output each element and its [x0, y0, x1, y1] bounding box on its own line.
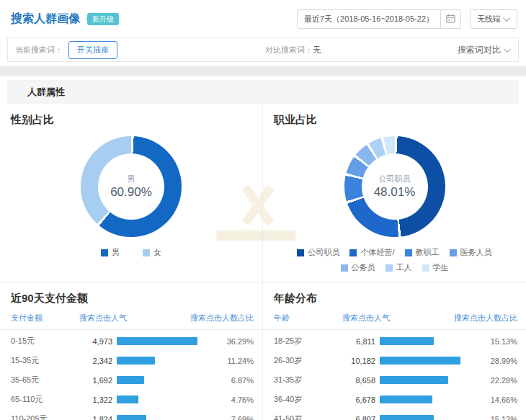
- row-label: 31-35岁: [274, 375, 342, 385]
- row-label: 35-65元: [11, 375, 79, 385]
- legend-item[interactable]: 个体经营/: [349, 247, 394, 258]
- row-label: 15-35元: [11, 355, 79, 366]
- legend-item[interactable]: 医务人员: [450, 247, 492, 258]
- gender-center-value: 60.90%: [110, 185, 152, 200]
- legend-swatch: [297, 249, 304, 256]
- bar-track: [117, 396, 206, 403]
- gender-ratio-panel: 性别占比 男 60.90% 男女: [0, 104, 263, 282]
- row-percent: 6.87%: [206, 376, 254, 385]
- section-divider-band: [0, 66, 526, 76]
- legend-label: 工人: [396, 262, 412, 273]
- date-range-button[interactable]: 最近7天（2018-05-16~2018-05-22）: [297, 9, 441, 29]
- upgrade-badge: 新升级: [87, 13, 119, 25]
- occupation-center-value: 48.01%: [374, 185, 416, 200]
- gender-donut-chart[interactable]: 男 60.90%: [81, 136, 182, 237]
- row-value: 8,658: [342, 376, 375, 385]
- column-header: 支付金额: [11, 313, 79, 323]
- row-label: 26-30岁: [274, 355, 342, 366]
- legend-label: 个体经营/: [360, 247, 394, 258]
- legend-item[interactable]: 公司职员: [297, 247, 339, 258]
- current-keyword-button[interactable]: 开关插座: [68, 41, 117, 59]
- legend-swatch: [405, 249, 412, 256]
- value-bar: [117, 337, 197, 345]
- page-title: 搜索人群画像: [11, 12, 80, 27]
- row-value: 1,322: [79, 396, 112, 404]
- row-value: 6,807: [342, 415, 375, 420]
- payment-amount-panel: 近90天支付金额 支付金额 搜索点击人气 搜索点击人数占比 0-15元4,973…: [0, 283, 263, 420]
- legend-label: 女: [153, 247, 161, 258]
- legend-swatch: [385, 264, 393, 272]
- gender-legend: 男女: [0, 247, 262, 258]
- calendar-button[interactable]: [441, 9, 461, 29]
- gender-center-name: 男: [128, 174, 135, 184]
- column-header: 搜索点击人气: [79, 313, 173, 323]
- table-row: 110-205元1,8247.69%: [11, 409, 254, 420]
- chevron-down-icon: [504, 45, 511, 53]
- value-bar: [380, 357, 460, 365]
- row-percent: 15.13%: [470, 337, 517, 346]
- column-header: 年龄: [274, 313, 342, 323]
- occupation-legend: 公司职员个体经营/教职工医务人员公务员工人学生: [283, 247, 507, 273]
- row-label: 18-25岁: [274, 336, 342, 347]
- value-bar: [380, 376, 448, 384]
- row-percent: 28.99%: [470, 357, 517, 365]
- legend-swatch: [101, 249, 108, 256]
- value-bar: [380, 337, 434, 345]
- value-bar: [380, 396, 432, 403]
- row-percent: 36.29%: [206, 337, 254, 346]
- age-table-rows: 18-25岁6,81115.13%26-30岁10,18228.99%31-35…: [263, 330, 526, 420]
- legend-item[interactable]: 学生: [422, 262, 449, 273]
- table-row: 41-50岁6,80715.12%: [274, 409, 517, 420]
- legend-label: 医务人员: [460, 247, 492, 258]
- keyword-compare-toggle[interactable]: 搜索词对比: [458, 44, 511, 56]
- row-percent: 7.69%: [206, 415, 254, 420]
- table-row: 36-40岁6,67814.66%: [274, 390, 517, 409]
- legend-swatch: [341, 264, 348, 272]
- legend-label: 教职工: [416, 247, 440, 258]
- column-header: 搜索点击人数占比: [173, 313, 254, 323]
- occupation-donut-chart[interactable]: 公司职员 48.01%: [344, 136, 445, 237]
- table-row: 18-25岁6,81115.13%: [274, 331, 517, 351]
- age-distribution-panel: 年龄分布 年龄 搜索点击人气 搜索点击人数占比 18-25岁6,81115.13…: [263, 283, 526, 420]
- legend-item[interactable]: 公务员: [341, 262, 375, 273]
- value-bar: [117, 415, 146, 420]
- table-row: 15-35元2,34211.24%: [11, 351, 254, 370]
- row-percent: 11.24%: [206, 357, 254, 365]
- table-row: 35-65元1,6926.87%: [11, 370, 254, 390]
- terminal-select[interactable]: 无线端: [470, 9, 517, 29]
- terminal-select-label: 无线端: [477, 14, 501, 24]
- search-crowd-portrait-page: 搜索人群画像 新升级 最近7天（2018-05-16~2018-05-22）: [0, 0, 526, 420]
- bar-track: [117, 357, 206, 365]
- legend-item[interactable]: 工人: [385, 262, 412, 273]
- legend-item[interactable]: 女: [143, 247, 161, 258]
- date-control-group: 最近7天（2018-05-16~2018-05-22）: [297, 9, 461, 29]
- legend-swatch: [143, 249, 150, 256]
- legend-swatch: [422, 264, 429, 272]
- compare-keyword: 对比搜索词： 无: [265, 45, 321, 55]
- value-bar: [380, 415, 434, 420]
- row-label: 41-50岁: [274, 414, 342, 420]
- legend-item[interactable]: 男: [101, 247, 120, 258]
- occupation-donut-center-label: 公司职员 48.01%: [344, 136, 445, 237]
- row-percent: 14.66%: [470, 396, 517, 404]
- bar-track: [117, 337, 206, 345]
- legend-swatch: [450, 249, 457, 256]
- bar-tables-row: 近90天支付金额 支付金额 搜索点击人气 搜索点击人数占比 0-15元4,973…: [0, 282, 526, 420]
- search-word-toolbar: 当前搜索词： 开关插座 对比搜索词： 无 搜索词对比: [7, 37, 519, 62]
- column-header: 搜索点击人气: [342, 313, 437, 323]
- row-label: 0-15元: [11, 336, 79, 347]
- row-percent: 22.28%: [470, 376, 517, 385]
- compare-keyword-label: 对比搜索词：: [265, 45, 313, 55]
- age-table-title: 年龄分布: [263, 283, 526, 313]
- table-row: 26-30岁10,18228.99%: [274, 351, 517, 370]
- row-label: 110-205元: [11, 414, 79, 420]
- bar-track: [380, 357, 470, 365]
- bar-track: [117, 376, 206, 384]
- row-percent: 4.76%: [206, 396, 254, 404]
- legend-item[interactable]: 教职工: [405, 247, 440, 258]
- current-keyword-label: 当前搜索词：: [15, 45, 63, 55]
- row-percent: 15.12%: [470, 415, 517, 420]
- age-table-header: 年龄 搜索点击人气 搜索点击人数占比: [263, 313, 526, 330]
- row-value: 1,692: [79, 376, 112, 385]
- table-row: 0-15元4,97336.29%: [11, 331, 254, 351]
